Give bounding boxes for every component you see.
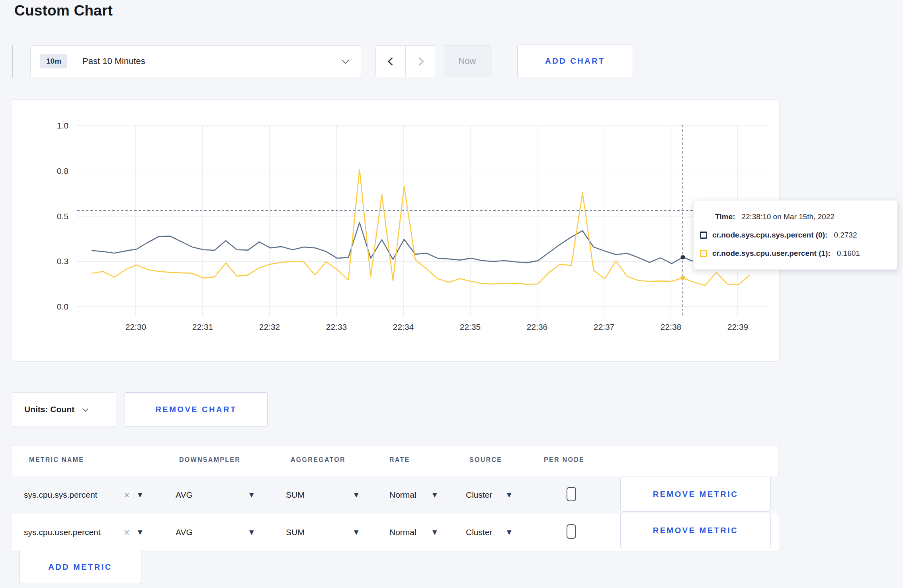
svg-text:1.0: 1.0 (57, 121, 68, 130)
svg-text:22:37: 22:37 (594, 322, 615, 331)
svg-text:0.5: 0.5 (57, 212, 68, 221)
svg-text:22:31: 22:31 (192, 322, 213, 331)
caret-down-icon[interactable]: ▼ (249, 476, 254, 514)
source-select[interactable]: Cluster (466, 514, 493, 551)
rate-select[interactable]: Normal (389, 476, 416, 514)
per-node-checkbox[interactable] (567, 487, 576, 501)
caret-down-icon[interactable]: ▼ (507, 476, 512, 514)
rate-select[interactable]: Normal (389, 514, 416, 551)
per-node-checkbox[interactable] (567, 524, 576, 539)
svg-text:22:34: 22:34 (393, 322, 414, 331)
metric-name-select[interactable]: sys.cpu.sys.percent (24, 476, 97, 514)
add-metric-button[interactable]: ADD METRIC (19, 550, 141, 584)
svg-text:22:33: 22:33 (326, 322, 347, 331)
svg-text:22:35: 22:35 (460, 322, 481, 331)
col-header-source: SOURCE (469, 456, 502, 463)
time-nav-group (375, 45, 436, 77)
now-button[interactable]: Now (444, 45, 491, 77)
series-sys-swatch-icon (700, 232, 707, 239)
tooltip-series-row: cr.node.sys.cpu.sys.percent (0): 0.2732 (700, 226, 897, 244)
downsampler-select[interactable]: AVG (176, 514, 193, 551)
downsampler-select[interactable]: AVG (176, 476, 193, 514)
caret-down-icon[interactable]: ▼ (354, 476, 359, 514)
units-label: Units: Count (24, 405, 74, 414)
svg-text:22:38: 22:38 (661, 322, 682, 331)
col-header-per-node: PER NODE (544, 456, 584, 463)
tooltip-series-value: 0.2732 (834, 231, 857, 239)
custom-chart-page: Custom Chart 10m Past 10 Minutes Now ADD… (0, 0, 903, 588)
col-header-rate: RATE (389, 456, 410, 463)
aggregator-select[interactable]: SUM (286, 514, 305, 551)
svg-text:22:32: 22:32 (259, 322, 280, 331)
time-back-button[interactable] (375, 45, 406, 77)
chart-card: 0.00.30.50.81.022:3022:3122:3222:3322:34… (12, 99, 780, 362)
tooltip-series-name: cr.node.sys.cpu.sys.percent (0): (712, 231, 827, 239)
caret-down-icon[interactable]: ▼ (507, 514, 512, 551)
aggregator-select[interactable]: SUM (286, 476, 305, 514)
svg-text:22:30: 22:30 (125, 322, 147, 331)
remove-metric-button[interactable]: REMOVE METRIC (620, 513, 771, 548)
toolbar-divider (12, 45, 13, 78)
chevron-left-icon (387, 57, 396, 65)
caret-down-icon[interactable]: ▼ (354, 514, 359, 551)
tooltip-time-label: Time: (715, 212, 735, 221)
clear-metric-icon[interactable]: × (124, 514, 130, 551)
col-header-metric-name: METRIC NAME (29, 456, 84, 463)
chart-tooltip: Time: 22:38:10 on Mar 15th, 2022 cr.node… (693, 200, 897, 270)
time-range-label: Past 10 Minutes (82, 56, 145, 66)
svg-text:0.0: 0.0 (57, 302, 68, 311)
remove-metric-button[interactable]: REMOVE METRIC (620, 477, 771, 512)
clear-metric-icon[interactable]: × (124, 476, 130, 514)
chevron-down-icon (82, 405, 89, 412)
series-user-swatch-icon (700, 250, 707, 257)
remove-chart-button[interactable]: REMOVE CHART (125, 392, 268, 426)
svg-text:22:39: 22:39 (727, 322, 749, 331)
tooltip-series-row: cr.node.sys.cpu.user.percent (1): 0.1601 (700, 244, 897, 263)
col-header-downsampler: DOWNSAMPLER (179, 456, 240, 463)
tooltip-time-value: 22:38:10 on Mar 15th, 2022 (741, 212, 834, 221)
time-range-dropdown[interactable]: 10m Past 10 Minutes (30, 45, 361, 77)
caret-down-icon[interactable]: ▼ (249, 514, 254, 551)
chart-plot-area[interactable]: 0.00.30.50.81.022:3022:3122:3222:3322:34… (12, 100, 780, 362)
tooltip-series-name: cr.node.sys.cpu.user.percent (1): (712, 249, 831, 258)
chevron-down-icon (342, 56, 349, 64)
tooltip-series-value: 0.1601 (837, 249, 860, 258)
time-forward-button[interactable] (406, 45, 436, 77)
col-header-aggregator: AGGREGATOR (291, 456, 346, 463)
caret-down-icon[interactable]: ▼ (138, 476, 143, 514)
units-dropdown[interactable]: Units: Count (12, 392, 116, 426)
svg-text:22:36: 22:36 (527, 322, 548, 331)
source-select[interactable]: Cluster (466, 476, 493, 514)
chevron-right-icon (415, 57, 424, 65)
add-chart-button[interactable]: ADD CHART (517, 45, 633, 77)
caret-down-icon[interactable]: ▼ (432, 476, 437, 514)
page-title: Custom Chart (14, 2, 113, 19)
caret-down-icon[interactable]: ▼ (432, 514, 437, 551)
tooltip-time-row: Time: 22:38:10 on Mar 15th, 2022 (700, 208, 897, 226)
svg-text:0.3: 0.3 (57, 257, 68, 266)
metric-name-select[interactable]: sys.cpu.user.percent (24, 514, 101, 551)
svg-text:0.8: 0.8 (57, 166, 68, 175)
time-range-badge: 10m (40, 54, 67, 68)
caret-down-icon[interactable]: ▼ (138, 514, 143, 551)
